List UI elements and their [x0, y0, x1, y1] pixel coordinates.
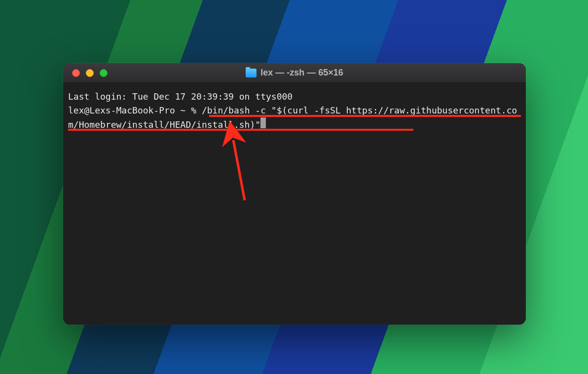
terminal-window: lex — -zsh — 65×16 Last login: Tue Dec 1… — [63, 63, 526, 325]
terminal-cursor — [260, 117, 266, 128]
window-titlebar[interactable]: lex — -zsh — 65×16 — [63, 63, 526, 83]
shell-prompt: lex@Lexs-MacBook-Pro ~ % — [68, 105, 202, 115]
last-login-line: Last login: Tue Dec 17 20:39:39 on ttys0… — [68, 91, 293, 102]
terminal-body[interactable]: Last login: Tue Dec 17 20:39:39 on ttys0… — [63, 83, 526, 325]
window-title-text: lex — -zsh — 65×16 — [260, 68, 343, 78]
close-button[interactable] — [72, 69, 80, 77]
traffic-lights — [72, 69, 108, 77]
window-title: lex — -zsh — 65×16 — [63, 68, 526, 78]
folder-icon — [246, 69, 257, 77]
maximize-button[interactable] — [100, 69, 108, 77]
minimize-button[interactable] — [86, 69, 94, 77]
